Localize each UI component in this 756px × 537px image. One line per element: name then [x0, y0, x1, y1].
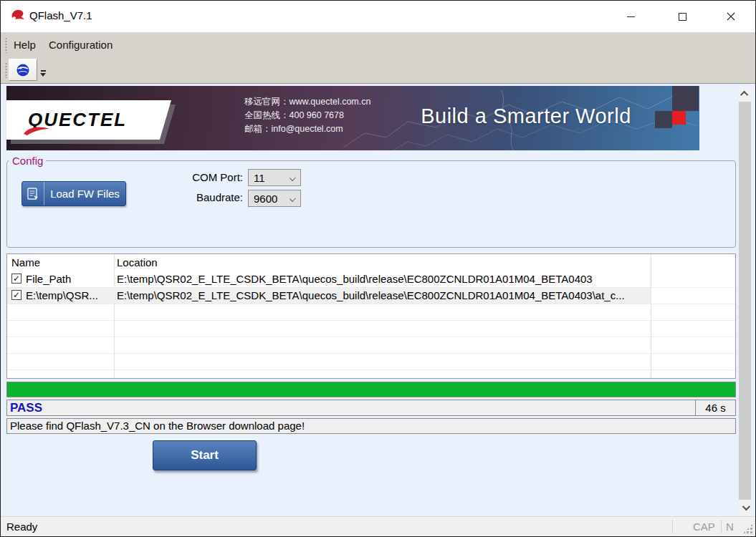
load-fw-files-label: Load FW Files — [44, 188, 125, 200]
app-window: QFlash_V7.1 Help Configuration — [0, 0, 756, 537]
table-gridline — [7, 304, 735, 304]
notice-row: Please find QFlash_V7.3_CN on the Browse… — [6, 418, 736, 434]
toolbar-gripper — [5, 62, 7, 78]
row-checkbox-checked[interactable]: ✓ — [11, 274, 21, 284]
load-file-icon — [22, 182, 44, 205]
table-gridline — [7, 337, 735, 337]
file-name-cell: File_Path — [26, 271, 112, 287]
elapsed-time: 46 s — [695, 400, 735, 415]
baudrate-value: 9600 — [254, 193, 277, 205]
statusbar-divider — [721, 520, 722, 533]
table-gridline — [7, 287, 735, 288]
toolbar — [1, 57, 755, 83]
chevron-down-icon — [290, 175, 296, 181]
result-status-row: PASS 46 s — [6, 400, 736, 416]
row-checkbox-checked[interactable]: ✓ — [11, 290, 21, 300]
start-button[interactable]: Start — [153, 440, 257, 470]
window-title: QFlash_V7.1 — [29, 9, 92, 21]
banner-contact-info: 移远官网：www.quectel.com.cn 全国热线：400 960 767… — [244, 95, 370, 136]
load-fw-files-button[interactable]: Load FW Files — [21, 181, 126, 206]
column-header-name[interactable]: Name — [11, 254, 40, 271]
file-location-cell: E:\temp\QSR02_E_LTE_CSDK_BETA\quecos_bui… — [117, 271, 732, 287]
vertical-scrollbar[interactable] — [739, 86, 751, 516]
title-bar: QFlash_V7.1 — [1, 1, 755, 32]
main-content: QUECTEL 移远官网：www.quectel.com.cn 全国热线：400… — [1, 83, 755, 518]
chevron-down-icon — [742, 503, 750, 511]
com-port-label: COM Port: — [178, 171, 243, 183]
close-icon — [727, 12, 735, 21]
file-location-cell: E:\temp\QSR02_E_LTE_CSDK_BETA\quecos_bui… — [117, 287, 648, 304]
config-group-label: Config — [9, 155, 46, 167]
help-toolbar-button[interactable] — [9, 59, 37, 81]
overflow-icon — [41, 70, 46, 72]
quectel-logo-plate: QUECTEL — [6, 100, 171, 140]
banner-square-decoration — [655, 111, 672, 128]
table-row[interactable]: ✓ File_Path E:\temp\QSR02_E_LTE_CSDK_BET… — [7, 271, 735, 287]
com-port-value: 11 — [254, 172, 265, 184]
minimize-icon — [627, 16, 635, 17]
close-button[interactable] — [714, 1, 747, 32]
firmware-file-table: Name Location ✓ File_Path E:\temp\QSR02_… — [6, 253, 736, 379]
globe-icon — [16, 63, 30, 77]
progress-bar — [6, 382, 736, 397]
table-gridline — [7, 353, 735, 354]
caps-lock-indicator: CAP — [693, 517, 715, 536]
scroll-down-button[interactable] — [739, 500, 751, 516]
maximize-icon — [679, 13, 686, 21]
notice-message: Please find QFlash_V7.3_CN on the Browse… — [10, 419, 305, 433]
banner-square-decoration — [672, 86, 699, 111]
table-gridline — [7, 320, 735, 321]
status-bar: Ready CAP N — [1, 516, 755, 536]
progress-bar-fill — [7, 382, 735, 397]
scroll-up-button[interactable] — [739, 86, 751, 102]
scrollbar-thumb[interactable] — [739, 102, 751, 500]
menu-item-configuration[interactable]: Configuration — [42, 32, 120, 57]
chevron-up-icon — [740, 91, 747, 99]
num-lock-indicator: N — [726, 517, 734, 536]
file-name-cell: E:\temp\QSR... — [26, 287, 112, 304]
minimize-button[interactable] — [614, 1, 647, 32]
table-gridline — [7, 369, 735, 370]
overflow-arrow-icon — [40, 73, 46, 77]
column-header-location[interactable]: Location — [117, 254, 158, 271]
banner-website: 移远官网：www.quectel.com.cn — [244, 95, 370, 109]
banner-slogan: Build a Smarter World — [406, 105, 646, 128]
quectel-banner: QUECTEL 移远官网：www.quectel.com.cn 全国热线：400… — [6, 86, 699, 150]
statusbar-divider — [672, 520, 673, 533]
banner-email: 邮箱：info@quectel.com — [244, 122, 370, 136]
baudrate-dropdown[interactable]: 9600 — [248, 190, 301, 207]
com-port-dropdown[interactable]: 11 — [248, 169, 301, 186]
menu-item-help[interactable]: Help — [6, 32, 43, 57]
resize-grip[interactable] — [742, 523, 753, 534]
chevron-down-icon — [290, 195, 296, 202]
logo-red-swoosh-icon — [22, 126, 52, 136]
maximize-button[interactable] — [666, 1, 699, 32]
banner-hotline: 全国热线：400 960 7678 — [244, 109, 370, 122]
toolbar-overflow-button[interactable] — [39, 70, 47, 77]
quectel-app-icon[interactable] — [10, 8, 26, 24]
table-row-selected[interactable]: ✓ E:\temp\QSR... E:\temp\QSR02_E_LTE_CSD… — [7, 287, 651, 304]
banner-red-square-decoration — [672, 111, 686, 125]
baudrate-label: Baudrate: — [178, 191, 243, 203]
status-text: Ready — [6, 517, 37, 536]
result-status-text: PASS — [10, 401, 42, 415]
